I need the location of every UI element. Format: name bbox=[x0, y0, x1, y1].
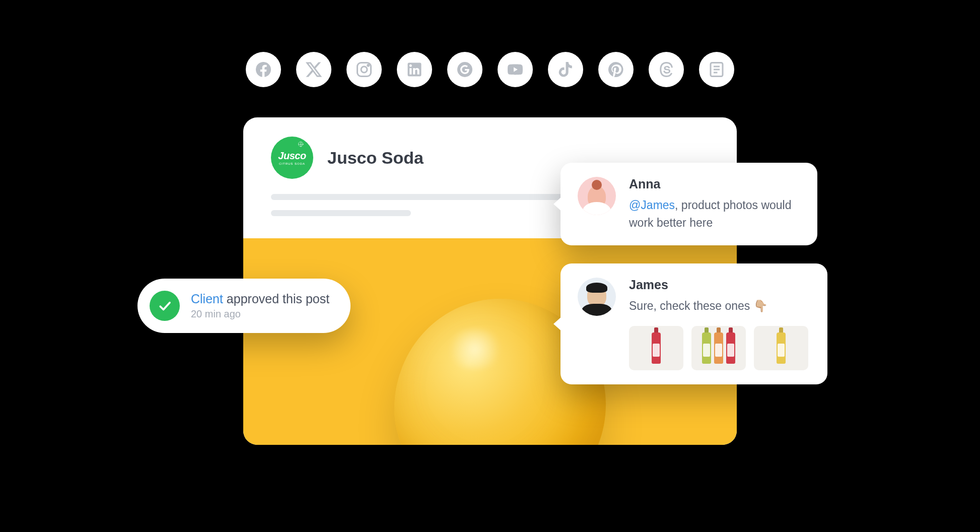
social-platform-row bbox=[246, 52, 734, 87]
mention-link[interactable]: @James bbox=[629, 198, 675, 212]
avatar bbox=[578, 278, 616, 316]
approval-timestamp: 20 min ago bbox=[191, 308, 329, 320]
avatar bbox=[578, 177, 616, 215]
comment-text-body: Sure, check these ones bbox=[629, 299, 753, 312]
tiktok-icon[interactable] bbox=[548, 52, 583, 87]
approval-action-text: approved this post bbox=[223, 292, 329, 306]
attachment-thumbnails bbox=[629, 326, 810, 370]
approval-message: Client approved this post bbox=[191, 292, 329, 306]
google-icon[interactable] bbox=[447, 52, 482, 87]
youtube-icon[interactable] bbox=[498, 52, 533, 87]
facebook-icon[interactable] bbox=[246, 52, 281, 87]
comment-text: Sure, check these ones 👇🏼 bbox=[629, 297, 810, 315]
threads-icon[interactable] bbox=[649, 52, 684, 87]
brand-logo: Jusco CITRUS SODA bbox=[271, 137, 313, 179]
brand-name: Jusco Soda bbox=[327, 148, 424, 168]
pointing-down-emoji: 👇🏼 bbox=[753, 299, 768, 312]
instagram-icon[interactable] bbox=[346, 52, 382, 87]
thumbnail[interactable] bbox=[691, 326, 746, 370]
x-icon[interactable] bbox=[296, 52, 331, 87]
brand-logo-text: Jusco bbox=[278, 150, 306, 162]
comment-card: Anna @James, product photos would work b… bbox=[561, 163, 817, 245]
comment-text: @James, product photos would work better… bbox=[629, 196, 800, 231]
comment-author-name: Anna bbox=[629, 177, 800, 191]
comment-author-name: James bbox=[629, 278, 810, 292]
blog-icon[interactable] bbox=[699, 52, 734, 87]
svg-point-1 bbox=[361, 66, 367, 73]
placeholder-line bbox=[271, 210, 411, 216]
client-link[interactable]: Client bbox=[191, 292, 223, 306]
thumbnail[interactable] bbox=[754, 326, 808, 370]
approval-status-pill: Client approved this post 20 min ago bbox=[137, 279, 351, 333]
brand-logo-subtext: CITRUS SODA bbox=[279, 162, 305, 165]
pinterest-icon[interactable] bbox=[598, 52, 634, 87]
linkedin-icon[interactable] bbox=[397, 52, 432, 87]
check-icon bbox=[150, 291, 180, 321]
thumbnail[interactable] bbox=[629, 326, 683, 370]
svg-point-2 bbox=[368, 64, 369, 66]
comment-card: James Sure, check these ones 👇🏼 bbox=[561, 263, 827, 384]
